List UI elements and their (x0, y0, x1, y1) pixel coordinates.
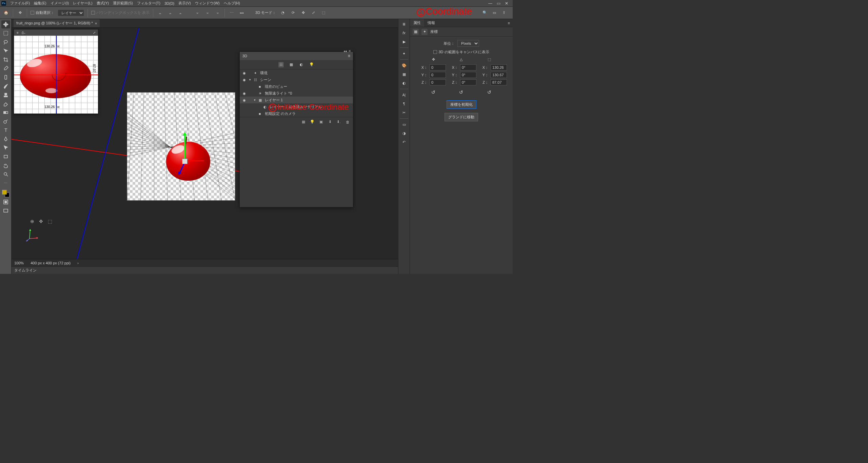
tab-info[interactable]: 情報 (424, 19, 438, 27)
brush-tool[interactable] (1, 82, 10, 90)
pen-tool[interactable] (1, 135, 10, 143)
units-dropdown[interactable]: Pixels (457, 40, 479, 47)
tree-row[interactable]: ◐レイヤー 1 結合済みマテリアル (240, 103, 353, 110)
menu-help[interactable]: ヘルプ(H) (222, 0, 242, 6)
dock-halftone-icon[interactable]: ◐ (400, 79, 408, 87)
properties-menu-icon[interactable]: ≡ (505, 21, 513, 25)
pan-3d-icon[interactable]: ✥ (300, 9, 307, 16)
visibility-toggle-icon[interactable]: ◉ (242, 98, 246, 102)
menu-edit[interactable]: 編集(E) (32, 0, 48, 6)
gizmo-y-axis[interactable] (184, 135, 185, 159)
orbit-3d-icon[interactable]: ◔ (279, 9, 286, 16)
close-button[interactable]: ✕ (504, 1, 509, 6)
main-3d-canvas[interactable] (127, 92, 235, 201)
home-icon[interactable]: 🏠 (3, 9, 9, 16)
dock-navigator-icon[interactable]: ✦ (400, 50, 408, 57)
reset-rotation-icon[interactable]: ↺ (459, 89, 463, 95)
minimize-button[interactable]: ― (488, 1, 493, 6)
navigator-icon-a[interactable]: ≡ (15, 30, 20, 35)
dock-tools-icon[interactable]: ✂ (400, 109, 408, 116)
distribute-icon[interactable]: ⋯ (228, 9, 235, 16)
dock-paragraph-icon[interactable]: ¶ (400, 100, 408, 107)
dock-grid-icon[interactable]: ▦ (400, 71, 408, 78)
add-light-icon[interactable]: ⬇ (327, 119, 333, 125)
scale-y-input[interactable] (491, 72, 507, 78)
navigator-icon-b[interactable]: ⎙▾ (21, 30, 26, 35)
coords-prop-icon[interactable]: ✦ (421, 29, 428, 35)
panel-3d-tree[interactable]: ◉✦環境◉▾☷シーン■現在のビュー◉☀無限遠ライト ^0◉▾▦レイヤー 1◐レイ… (240, 69, 353, 117)
dodge-tool[interactable] (1, 117, 10, 125)
stamp-tool[interactable] (1, 91, 10, 99)
range-to-canvas-checkbox[interactable]: 3D の範囲をキャンバスに表示 (433, 49, 489, 55)
lasso-tool[interactable] (1, 38, 10, 46)
pos-z-input[interactable] (430, 79, 446, 85)
gradient-tool[interactable] (1, 108, 10, 117)
menu-filter[interactable]: フィルター(T) (135, 0, 162, 6)
roll-3d-icon[interactable]: ⟳ (290, 9, 296, 16)
status-chevron-icon[interactable]: › (77, 261, 79, 265)
tree-row[interactable]: ◉▾☷シーン (240, 76, 353, 83)
align-center-h-icon[interactable]: ⫠ (167, 9, 174, 16)
auto-select-checkbox[interactable]: 自動選択： (31, 10, 54, 15)
menu-window[interactable]: ウィンドウ(W) (193, 0, 222, 6)
light-toggle-icon[interactable]: 💡 (310, 119, 315, 125)
mini-axes-widget[interactable] (24, 225, 41, 242)
menu-image[interactable]: イメージ(I) (48, 0, 71, 6)
visibility-toggle-icon[interactable]: ◉ (242, 92, 246, 95)
reset-scale-icon[interactable]: ↺ (487, 89, 491, 95)
path-select-tool[interactable] (1, 144, 10, 152)
tree-row[interactable]: ◉✦環境 (240, 69, 353, 76)
slide-3d-icon[interactable]: ⤢ (310, 9, 317, 16)
align-top-icon[interactable]: ⫟ (194, 9, 201, 16)
filter-light-icon[interactable]: 💡 (309, 62, 314, 67)
color-swatches[interactable] (2, 190, 9, 197)
align-bottom-icon[interactable]: ⫟ (214, 9, 221, 16)
document-tab[interactable]: fruit_ringo.png @ 100% (レイヤー 1, RGB/8) *… (14, 19, 100, 27)
edit-toolbar[interactable]: ⋯ (1, 179, 10, 187)
navigator-expand-icon[interactable]: ⤢ (92, 30, 97, 35)
menu-3d[interactable]: 3D(D) (162, 1, 176, 6)
maximize-button[interactable]: ▭ (496, 1, 501, 6)
tree-row[interactable]: ■初期設定 のカメラ (240, 110, 353, 117)
tree-caret-icon[interactable]: ▾ (254, 98, 257, 102)
document-dimensions[interactable]: 400 px x 400 px (72 ppi) (31, 261, 71, 265)
panel-3d-collapse-icon[interactable]: ◂◂ (343, 49, 347, 53)
search-icon[interactable]: 🔍 (481, 9, 488, 16)
more-options-icon[interactable]: ••• (238, 9, 245, 16)
rectangle-tool[interactable] (1, 153, 10, 161)
tree-caret-icon[interactable]: ▾ (249, 78, 253, 81)
reset-coords-button[interactable]: 座標を初期化 (447, 100, 476, 109)
align-left-icon[interactable]: ⫠ (157, 9, 163, 16)
orbit-pan-icon[interactable]: ✥ (37, 218, 45, 225)
ibl-icon[interactable]: ▣ (318, 119, 324, 125)
healing-brush-tool[interactable] (1, 73, 10, 81)
dock-adjustments-icon[interactable]: ≣ (400, 20, 408, 28)
add-light-b-icon[interactable]: ⬇. (336, 119, 341, 125)
orbit-rotate-icon[interactable]: ⊕ (28, 218, 36, 225)
menu-view[interactable]: 表示(V) (176, 0, 193, 6)
menu-layer[interactable]: レイヤー(L) (71, 0, 94, 6)
menu-select[interactable]: 選択範囲(S) (111, 0, 135, 6)
zoom-level[interactable]: 100% (14, 261, 24, 265)
dock-history-icon[interactable]: ↶ (400, 138, 408, 146)
dock-layers-icon[interactable]: ▭ (400, 121, 408, 128)
orbit-dolly-icon[interactable]: ⬚ (46, 218, 54, 225)
filter-mesh-icon[interactable]: ▦ (289, 62, 294, 67)
tree-row[interactable]: ■現在のビュー (240, 83, 353, 90)
panel-3d[interactable]: ◂◂ ✕ 3D ≡ ☷ ▦ ◐ 💡 ◉✦環境◉▾☷シーン■現在のビュー◉☀無限遠… (239, 52, 353, 207)
panel-3d-menu-icon[interactable]: ≡ (348, 54, 350, 58)
rot-z-input[interactable] (460, 79, 476, 85)
move-to-ground-button[interactable]: グランドに移動 (445, 113, 478, 121)
filter-material-icon[interactable]: ◐ (299, 62, 304, 67)
zoom-tool[interactable] (1, 170, 10, 178)
move-tool-icon[interactable]: ✥ (17, 9, 23, 16)
crop-tool[interactable] (1, 56, 10, 64)
marquee-tool[interactable] (1, 29, 10, 37)
visibility-toggle-icon[interactable]: ◉ (242, 78, 246, 82)
timeline-bar[interactable]: タイムライン (12, 266, 398, 274)
type-tool[interactable]: T (1, 126, 10, 134)
navigator-preview[interactable]: 130.26 px 130.26 px 87.07 (14, 36, 98, 114)
rot-x-input[interactable] (460, 64, 476, 71)
quick-select-tool[interactable] (1, 47, 10, 55)
hand-tool[interactable] (1, 161, 10, 169)
